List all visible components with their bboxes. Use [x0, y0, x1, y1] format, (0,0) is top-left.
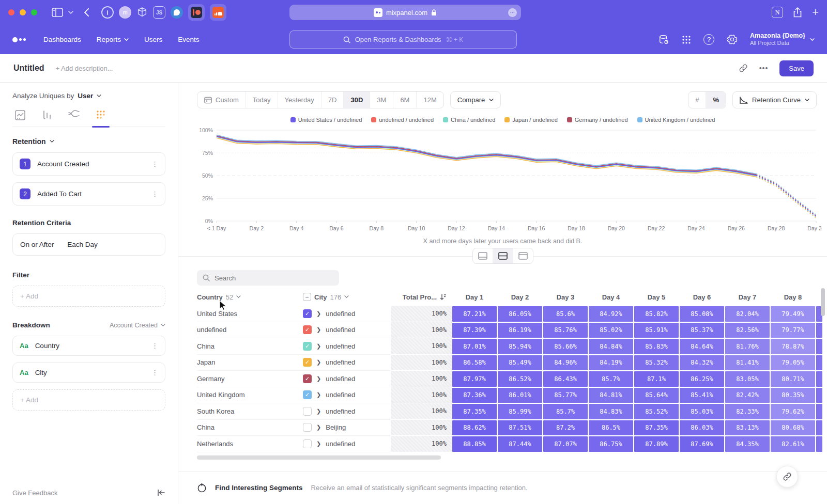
row-checkbox[interactable]: ✓ — [303, 309, 312, 318]
save-button[interactable]: Save — [779, 60, 814, 76]
legend-item[interactable]: Japan / undefined — [504, 117, 557, 123]
copy-link-icon[interactable] — [739, 64, 748, 73]
breakdown-city[interactable]: AaCity⋮ — [12, 363, 165, 383]
analyze-uniques-value[interactable]: User — [78, 92, 93, 100]
kebab-menu-icon[interactable]: ⋮ — [151, 192, 158, 196]
tab-flows[interactable] — [66, 110, 82, 120]
kebab-menu-icon[interactable]: ⋮ — [151, 371, 158, 375]
day-column-header[interactable]: Day 2 — [497, 293, 543, 301]
nav-item-users[interactable]: Users — [144, 36, 162, 43]
notion-tab-icon[interactable]: N — [772, 7, 783, 18]
range-3m[interactable]: 3M — [370, 92, 393, 108]
retention-step-2[interactable]: 2Added To Cart⋮ — [12, 182, 165, 206]
day-column-header[interactable]: Day 8 — [770, 293, 816, 301]
range-30d[interactable]: 30D — [344, 92, 370, 108]
range-custom[interactable]: Custom — [197, 92, 246, 108]
row-checkbox[interactable]: ✓ — [303, 374, 312, 383]
js-extension-icon[interactable]: JS — [153, 6, 165, 19]
expand-row-icon[interactable]: ❯ — [316, 310, 321, 317]
nav-item-dashboards[interactable]: Dashboards — [43, 36, 81, 43]
nav-item-events[interactable]: Events — [178, 36, 199, 43]
day-column-header[interactable]: Day 6 — [679, 293, 725, 301]
criteria-on-or-after[interactable]: On or After — [20, 241, 54, 248]
day-column-header[interactable]: Day 7 — [725, 293, 770, 301]
window-minimize-button[interactable] — [20, 9, 26, 15]
share-icon[interactable] — [793, 7, 802, 18]
select-all-checkbox[interactable]: – — [303, 293, 311, 301]
global-search-button[interactable]: Open Reports & Dashboards ⌘ + K — [289, 30, 517, 49]
nav-item-reports[interactable]: Reports — [97, 36, 129, 43]
apps-grid-icon[interactable] — [682, 35, 691, 44]
day-column-header[interactable]: Day 1 — [452, 293, 497, 301]
legend-item[interactable]: China / undefined — [443, 117, 495, 123]
expand-row-icon[interactable]: ❯ — [316, 440, 321, 447]
day-column-header[interactable]: Day 5 — [634, 293, 679, 301]
expand-row-icon[interactable]: ❯ — [316, 326, 321, 333]
patreon-extension-icon[interactable] — [188, 4, 205, 21]
sidebar-toggle-icon[interactable] — [52, 8, 63, 17]
tab-overview-chevron-icon[interactable] — [68, 11, 73, 14]
view-chart-focus[interactable] — [473, 248, 493, 263]
range-today[interactable]: Today — [246, 92, 278, 108]
collapse-sidebar-icon[interactable] — [157, 489, 165, 496]
retention-step-1[interactable]: 1Account Created⋮ — [12, 152, 165, 176]
table-search[interactable] — [197, 270, 339, 286]
total-column-header[interactable]: Total Pro... — [391, 293, 452, 301]
retention-section-label[interactable]: Retention — [12, 137, 46, 146]
tab-retention[interactable] — [93, 110, 109, 120]
project-switcher[interactable]: Amazonia {Demo} All Project Data — [750, 32, 815, 47]
window-zoom-button[interactable] — [31, 9, 37, 15]
settings-gear-icon[interactable] — [727, 34, 738, 45]
horizontal-scrollbar[interactable] — [197, 455, 441, 460]
range-yesterday[interactable]: Yesterday — [278, 92, 321, 108]
criteria-each-day[interactable]: Each Day — [67, 241, 98, 248]
view-split[interactable] — [493, 248, 513, 263]
url-more-icon[interactable]: ⋯ — [508, 8, 517, 17]
range-12m[interactable]: 12M — [417, 92, 443, 108]
breakdown-add-button[interactable]: + Add — [12, 389, 165, 411]
legend-item[interactable]: Germany / undefined — [567, 117, 628, 123]
add-description-button[interactable]: + Add description... — [56, 65, 113, 72]
day-column-header[interactable]: Day 4 — [588, 293, 634, 301]
address-bar[interactable]: mixpanel.com ⋯ — [289, 5, 521, 20]
filter-add-button[interactable]: + Add — [12, 286, 165, 307]
expand-row-icon[interactable]: ❯ — [316, 359, 321, 366]
m-extension-icon[interactable]: m — [119, 6, 131, 19]
cube-extension-icon[interactable] — [136, 7, 148, 18]
row-checkbox[interactable] — [303, 439, 312, 448]
data-management-icon[interactable] — [658, 34, 669, 45]
find-segments-title[interactable]: Find Interesting Segments — [215, 484, 303, 492]
day-column-header[interactable]: Day 3 — [543, 293, 588, 301]
vertical-scrollbar[interactable] — [821, 288, 825, 316]
window-close-button[interactable] — [8, 9, 14, 15]
expand-row-icon[interactable]: ❯ — [316, 408, 321, 415]
compare-button[interactable]: Compare — [450, 91, 501, 108]
range-6m[interactable]: 6M — [393, 92, 417, 108]
unit-percent-toggle[interactable]: % — [706, 92, 726, 108]
row-checkbox[interactable]: ✓ — [303, 325, 312, 334]
row-checkbox[interactable] — [303, 423, 312, 432]
table-search-input[interactable] — [215, 274, 328, 282]
view-table-focus[interactable] — [513, 248, 533, 263]
kebab-menu-icon[interactable]: ⋮ — [151, 344, 158, 348]
expand-row-icon[interactable]: ❯ — [316, 375, 321, 382]
row-checkbox[interactable]: ✓ — [303, 358, 312, 367]
retention-criteria-card[interactable]: On or After Each Day — [12, 233, 165, 256]
tab-insights[interactable] — [12, 110, 28, 120]
expand-row-icon[interactable]: ❯ — [316, 391, 321, 398]
legend-item[interactable]: United Kingdom / undefined — [637, 117, 715, 123]
onepassword-extension-icon[interactable] — [101, 6, 114, 19]
new-tab-icon[interactable]: + — [812, 6, 819, 19]
country-column-header[interactable]: Country52 — [197, 293, 303, 301]
help-icon[interactable]: ? — [703, 34, 714, 45]
legend-item[interactable]: undefined / undefined — [371, 117, 434, 123]
breakdown-event-selector[interactable]: Account Created — [110, 322, 165, 329]
row-checkbox[interactable]: ✓ — [303, 390, 312, 399]
bird-extension-icon[interactable] — [171, 6, 183, 19]
tab-funnels[interactable] — [39, 110, 55, 120]
share-link-fab[interactable] — [776, 466, 798, 487]
soundcloud-extension-icon[interactable] — [210, 4, 226, 21]
expand-row-icon[interactable]: ❯ — [316, 343, 321, 350]
row-checkbox[interactable] — [303, 407, 312, 416]
city-column-header[interactable]: – City176 — [303, 293, 391, 301]
